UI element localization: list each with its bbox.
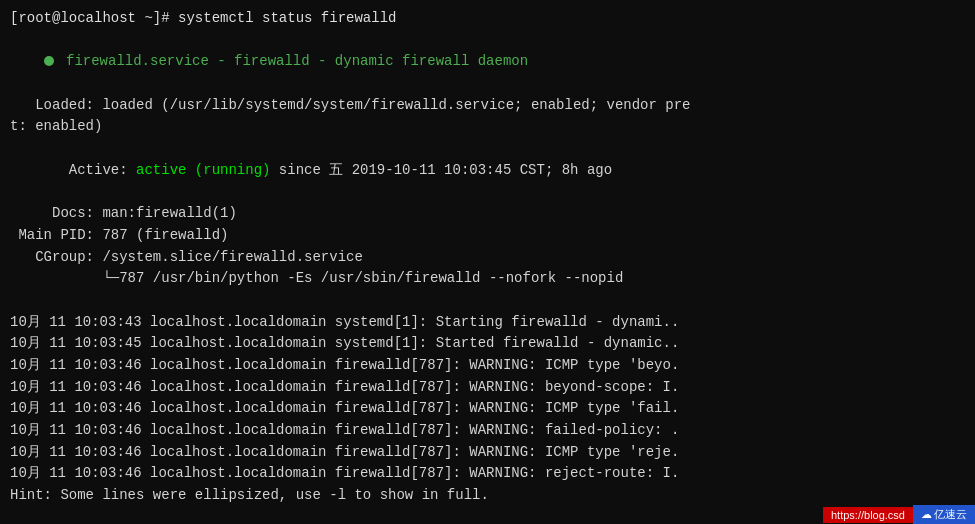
line-cmd1: [root@localhost ~]# systemctl status fir… [10, 8, 965, 30]
brand-icon: ☁ [921, 508, 932, 521]
line-cgroup: CGroup: /system.slice/firewalld.service [10, 247, 965, 269]
active-prefix: Active: [44, 162, 136, 178]
line-log2: 10月 11 10:03:45 localhost.localdomain sy… [10, 333, 965, 355]
brand-label: ☁ 亿速云 [913, 505, 975, 524]
line-loaded: Loaded: loaded (/usr/lib/systemd/system/… [10, 95, 965, 117]
line-loaded2: t: enabled) [10, 116, 965, 138]
status-dot [44, 56, 54, 66]
active-suffix: since 五 2019-10-11 10:03:45 CST; 8h ago [270, 162, 612, 178]
line-active: Active: active (running) since 五 2019-10… [10, 138, 965, 203]
footer-bar: https://blog.csd ☁ 亿速云 [823, 505, 975, 524]
line-log6: 10月 11 10:03:46 localhost.localdomain fi… [10, 420, 965, 442]
line-log4: 10月 11 10:03:46 localhost.localdomain fi… [10, 377, 965, 399]
line-log8: 10月 11 10:03:46 localhost.localdomain fi… [10, 463, 965, 485]
csdn-link: https://blog.csd [823, 507, 913, 523]
line-log3: 10月 11 10:03:46 localhost.localdomain fi… [10, 355, 965, 377]
line-blank [10, 290, 965, 312]
line-svc-header: firewalld.service - firewalld - dynamic … [10, 30, 965, 95]
terminal-window: [root@localhost ~]# systemctl status fir… [0, 0, 975, 524]
line-docs: Docs: man:firewalld(1) [10, 203, 965, 225]
active-status: active (running) [136, 162, 270, 178]
line-hint: Hint: Some lines were ellipsized, use -l… [10, 485, 965, 507]
line-cmd2: [root@localhost ~]# [10, 507, 965, 524]
line-mainpid: Main PID: 787 (firewalld) [10, 225, 965, 247]
line-log5: 10月 11 10:03:46 localhost.localdomain fi… [10, 398, 965, 420]
line-log1: 10月 11 10:03:43 localhost.localdomain sy… [10, 312, 965, 334]
line-log7: 10月 11 10:03:46 localhost.localdomain fi… [10, 442, 965, 464]
line-cgroup2: └─787 /usr/bin/python -Es /usr/sbin/fire… [10, 268, 965, 290]
